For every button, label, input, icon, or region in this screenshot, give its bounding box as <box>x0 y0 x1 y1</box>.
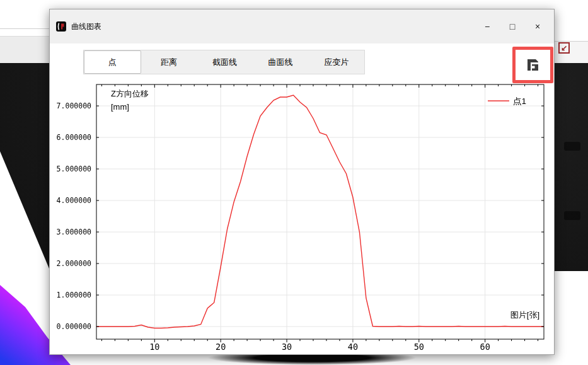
y-axis-label: [mm] <box>111 102 129 112</box>
background-toolbar-icon <box>564 211 580 220</box>
close-button[interactable]: × <box>525 17 550 36</box>
jump-arrow-icon[interactable]: ↙ <box>558 42 570 54</box>
y-tick-label: 0.000000 <box>57 322 91 331</box>
y-axis-label: Z方向位移 <box>111 89 149 98</box>
curve-chart: 0.0000001.0000002.0000003.0000004.000000… <box>50 52 555 356</box>
y-tick-label: 1.000000 <box>57 291 91 299</box>
x-axis-label: 图片[张] <box>510 310 539 320</box>
y-tick-label: 3.000000 <box>57 228 91 236</box>
y-tick-label: 6.000000 <box>57 133 91 142</box>
minimize-button[interactable]: − <box>475 17 500 36</box>
background-toolbar-icon <box>564 142 580 151</box>
curve-chart-dialog: 曲线图表 − □ × 点 距离 截面线 曲面线 应变片 0.0000001.00… <box>49 9 555 355</box>
y-tick-label: 4.000000 <box>57 196 91 205</box>
maximize-button[interactable]: □ <box>500 17 525 36</box>
series-line <box>95 95 545 328</box>
x-tick-label: 20 <box>216 342 226 352</box>
plot-area <box>96 84 544 339</box>
x-tick-label: 10 <box>149 342 159 352</box>
x-tick-label: 50 <box>414 342 424 352</box>
x-tick-label: 30 <box>282 342 292 352</box>
y-tick-label: 7.000000 <box>57 101 91 110</box>
window-controls: − □ × <box>475 17 550 36</box>
x-tick-label: 60 <box>480 342 490 352</box>
dialog-title: 曲线图表 <box>71 21 101 32</box>
jump-arrow-glyph: ↙ <box>561 43 567 52</box>
x-tick-label: 40 <box>348 342 358 352</box>
screen: ↙ 曲线图表 − □ × 点 距离 截面线 曲面线 应变片 <box>0 0 588 365</box>
y-tick-label: 2.000000 <box>57 259 91 268</box>
app-logo-icon <box>56 21 66 32</box>
y-tick-label: 5.000000 <box>57 165 91 173</box>
legend-label: 点1 <box>513 96 526 106</box>
dialog-titlebar[interactable]: 曲线图表 − □ × <box>50 9 554 43</box>
